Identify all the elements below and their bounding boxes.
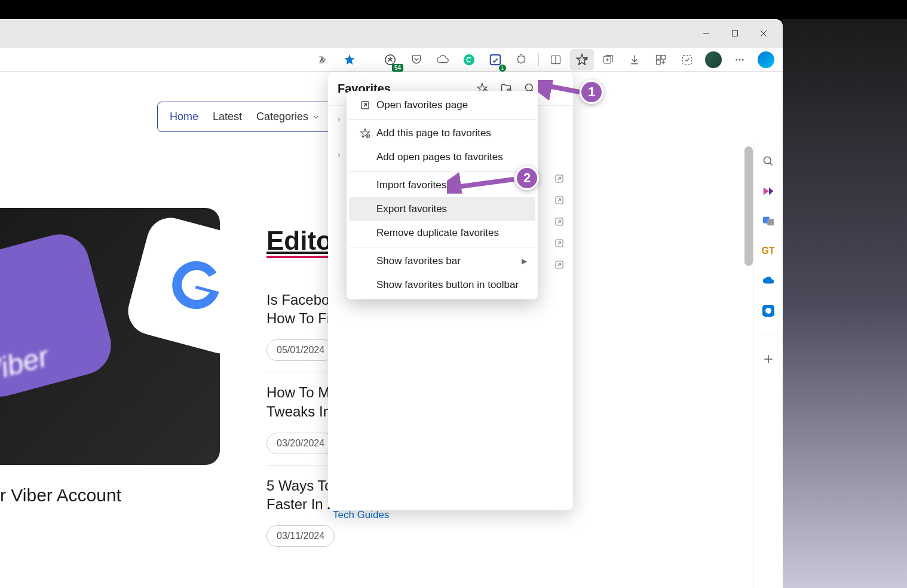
svg-point-27 bbox=[765, 308, 771, 314]
sidebar-search-icon[interactable] bbox=[759, 152, 778, 171]
svg-point-21 bbox=[742, 59, 744, 60]
close-button[interactable] bbox=[749, 22, 778, 45]
chevron-down-icon bbox=[312, 113, 320, 121]
page-navigation: Home Latest Categories In bbox=[157, 102, 356, 132]
svg-rect-17 bbox=[657, 60, 661, 64]
nav-categories[interactable]: Categories bbox=[256, 111, 320, 123]
open-link-icon[interactable] bbox=[554, 259, 565, 270]
article-date: 05/01/2024 bbox=[266, 339, 335, 361]
svg-line-51 bbox=[543, 85, 580, 92]
edge-sidebar: GT bbox=[753, 143, 783, 588]
badge-count: 54 bbox=[392, 64, 403, 72]
menu-add-open-pages[interactable]: Add open pages to favorites bbox=[349, 145, 535, 169]
favorites-button[interactable] bbox=[570, 49, 594, 71]
star-add-icon bbox=[357, 128, 373, 139]
menu-open-favorites-page[interactable]: Open favorites page bbox=[349, 93, 535, 117]
favorites-context-menu: Open favorites page Add this page to fav… bbox=[347, 91, 538, 299]
menu-divider bbox=[349, 119, 535, 120]
svg-rect-15 bbox=[657, 55, 661, 59]
sidebar-translate-icon[interactable] bbox=[759, 212, 778, 231]
scrollbar[interactable] bbox=[744, 146, 753, 266]
svg-point-20 bbox=[739, 59, 741, 60]
viber-app-icon: Viber bbox=[0, 228, 118, 403]
svg-point-22 bbox=[764, 157, 771, 164]
desktop-background bbox=[783, 19, 907, 588]
open-external-icon bbox=[357, 100, 373, 111]
titlebar bbox=[0, 19, 783, 48]
chevron-right-icon: ▶ bbox=[522, 257, 527, 265]
svg-line-23 bbox=[770, 163, 772, 166]
apps-icon[interactable] bbox=[649, 49, 673, 71]
browser-toolbar: A 54 1 bbox=[0, 48, 783, 72]
extension-malware-icon[interactable]: 54 bbox=[378, 49, 402, 71]
article-date: 03/11/2024 bbox=[266, 525, 335, 547]
cloud-icon[interactable] bbox=[431, 49, 455, 71]
minimize-button[interactable] bbox=[692, 22, 721, 45]
menu-export-favorites[interactable]: Export favorites bbox=[349, 197, 535, 221]
svg-rect-18 bbox=[683, 55, 692, 64]
profile-avatar[interactable] bbox=[701, 49, 725, 71]
window-controls bbox=[692, 22, 778, 45]
svg-text:A: A bbox=[320, 56, 324, 62]
svg-line-53 bbox=[452, 179, 514, 188]
toolbar-divider bbox=[538, 53, 539, 66]
copilot-icon[interactable] bbox=[754, 49, 778, 71]
nav-categories-label: Categories bbox=[256, 111, 308, 123]
article-date: 03/20/2024 bbox=[266, 433, 335, 454]
svg-rect-1 bbox=[733, 31, 738, 36]
svg-rect-16 bbox=[661, 55, 666, 59]
sidebar-power-automate-icon[interactable] bbox=[759, 182, 778, 201]
featured-article-title[interactable]: r Viber Account bbox=[0, 485, 121, 506]
split-screen-icon[interactable] bbox=[544, 49, 568, 71]
svg-point-19 bbox=[736, 59, 737, 60]
read-aloud-icon[interactable]: A bbox=[311, 49, 335, 71]
nav-home[interactable]: Home bbox=[170, 111, 198, 123]
pocket-icon[interactable] bbox=[405, 49, 428, 71]
downloads-icon[interactable] bbox=[623, 49, 646, 71]
open-link-icon[interactable] bbox=[554, 216, 565, 227]
callout-badge-1: 1 bbox=[580, 80, 603, 104]
open-link-icon[interactable] bbox=[554, 238, 565, 249]
favorite-star-icon[interactable] bbox=[338, 49, 361, 71]
maximize-button[interactable] bbox=[721, 22, 749, 45]
editor-heading: Edito bbox=[266, 226, 332, 258]
svg-rect-25 bbox=[767, 219, 774, 225]
tech-guides-link[interactable]: Tech Guides bbox=[333, 509, 390, 521]
svg-point-6 bbox=[464, 54, 474, 65]
sidebar-outlook-icon[interactable] bbox=[759, 301, 778, 320]
sidebar-add-icon[interactable] bbox=[759, 350, 778, 369]
menu-add-page[interactable]: Add this page to favorites bbox=[349, 121, 535, 145]
nav-latest[interactable]: Latest bbox=[213, 111, 242, 123]
callout-badge-2: 2 bbox=[515, 166, 539, 190]
badge-count: 1 bbox=[499, 65, 506, 72]
google-app-icon bbox=[123, 213, 220, 359]
menu-remove-duplicates[interactable]: Remove duplicate favorites bbox=[349, 221, 535, 245]
screenshot-icon[interactable] bbox=[675, 49, 699, 71]
settings-menu-icon[interactable] bbox=[728, 49, 752, 71]
open-link-icon[interactable] bbox=[554, 173, 565, 184]
menu-show-favorites-bar[interactable]: Show favorites bar ▶ bbox=[349, 249, 535, 273]
viber-logo-text: Viber bbox=[0, 340, 52, 389]
open-link-icon[interactable] bbox=[554, 195, 565, 206]
extensions-icon[interactable] bbox=[510, 49, 534, 71]
sidebar-onedrive-icon[interactable] bbox=[759, 271, 778, 290]
sidebar-divider bbox=[760, 335, 777, 335]
svg-rect-7 bbox=[491, 54, 501, 65]
featured-article-image: Viber bbox=[0, 208, 220, 465]
menu-divider bbox=[349, 247, 535, 247]
grammarly-icon[interactable] bbox=[457, 49, 481, 71]
sidebar-gt-icon[interactable]: GT bbox=[759, 241, 778, 261]
menu-show-favorites-button[interactable]: Show favorites button in toolbar bbox=[349, 273, 535, 297]
svg-point-36 bbox=[526, 84, 533, 91]
todoist-icon[interactable]: 1 bbox=[483, 49, 507, 71]
collections-icon[interactable] bbox=[596, 49, 620, 71]
